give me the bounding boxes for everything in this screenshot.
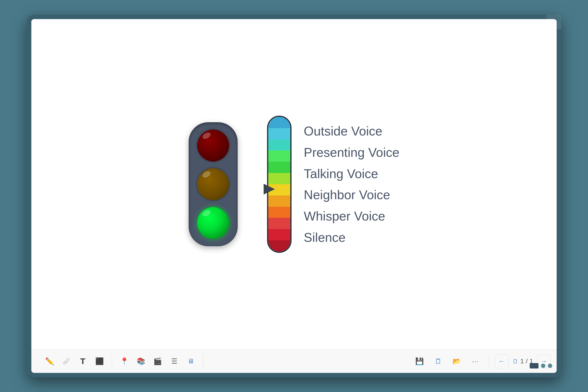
slide-area: Outside Voice Presenting Voice Talking V… [31,19,557,349]
traffic-light-yellow [197,168,229,200]
meter-pointer [264,184,275,194]
page-thumbnail-icon: 🗋 [512,358,518,365]
text-icon: T [80,356,86,366]
slide-content: Outside Voice Presenting Voice Talking V… [46,34,542,335]
pencil-tool-button[interactable]: ✏️ [42,354,57,369]
screen: Outside Voice Presenting Voice Talking V… [31,19,557,373]
prev-icon: ← [498,358,505,365]
text-tool-button[interactable]: T [76,354,90,369]
label-neighbor-voice: Neighbor Voice [304,188,399,201]
meter-seg-10 [268,218,290,229]
open-icon: 📂 [452,357,461,365]
more-icon: ··· [472,358,479,365]
pin-tool-button[interactable]: 📍 [117,354,132,369]
voice-labels: Outside Voice Presenting Voice Talking V… [304,116,399,253]
toolbar-divider [489,356,489,367]
traffic-light-container [189,122,238,246]
save-icon: 💾 [415,357,424,365]
label-outside-voice: Outside Voice [304,125,399,138]
list-tool-button[interactable]: ☰ [167,354,182,369]
toolbar-drawing-tools: ✏️ 🩹 T ⬛ [37,354,112,369]
traffic-light-green [197,207,229,239]
list-icon: ☰ [171,357,178,365]
books-icon: 📚 [137,357,145,365]
dot-2 [548,364,552,368]
page-current: 1 [520,358,524,365]
voice-meter-section: Outside Voice Presenting Voice Talking V… [267,116,399,253]
eraser-icon: 🩹 [62,358,70,365]
media-tool-button[interactable]: 🎬 [150,354,165,369]
meter-seg-12 [268,240,290,252]
traffic-light [189,122,238,246]
monitor: Outside Voice Presenting Voice Talking V… [27,15,561,377]
pencil-icon: ✏️ [45,357,54,366]
meter-seg-8 [268,196,290,207]
shapes-icon: ⬛ [95,357,104,365]
label-talking-voice: Talking Voice [304,167,399,180]
page-separator: / [526,358,528,365]
meter-wrapper [267,116,292,253]
shapes-tool-button[interactable]: ⬛ [92,354,107,369]
prev-slide-button[interactable]: ← [495,354,508,368]
meter-seg-9 [268,207,290,218]
dot-1 [541,364,545,368]
open-button[interactable]: 📂 [450,354,464,369]
meter-seg-3 [268,140,290,151]
media-icon: 🎬 [153,357,162,365]
meter-seg-4 [268,150,290,162]
screen-tool-button[interactable]: 🖥 [184,354,198,369]
eraser-tool-button[interactable]: 🩹 [59,354,74,369]
label-silence: Silence [304,231,399,244]
meter-seg-6 [268,173,290,184]
toolbar: ✏️ 🩹 T ⬛ 📍 📚 [31,349,557,373]
add-slide-icon: 🗒 [435,357,442,365]
monitor-dots [530,363,552,368]
books-tool-button[interactable]: 📚 [134,354,148,369]
meter-seg-11 [268,229,290,240]
label-presenting-voice: Presenting Voice [304,146,399,159]
label-whisper-voice: Whisper Voice [304,210,399,222]
save-button[interactable]: 💾 [412,354,427,369]
add-slide-button[interactable]: 🗒 [431,354,446,369]
more-button[interactable]: ··· [468,354,483,369]
meter-seg-2 [268,128,290,140]
pin-icon: 📍 [120,357,128,365]
screen-icon: 🖥 [188,358,194,365]
traffic-light-red [197,130,229,162]
meter-seg-1 [268,117,290,128]
dot-rect [530,363,538,368]
meter-seg-5 [268,162,290,173]
toolbar-content-tools: 📍 📚 🎬 ☰ 🖥 [112,354,203,369]
